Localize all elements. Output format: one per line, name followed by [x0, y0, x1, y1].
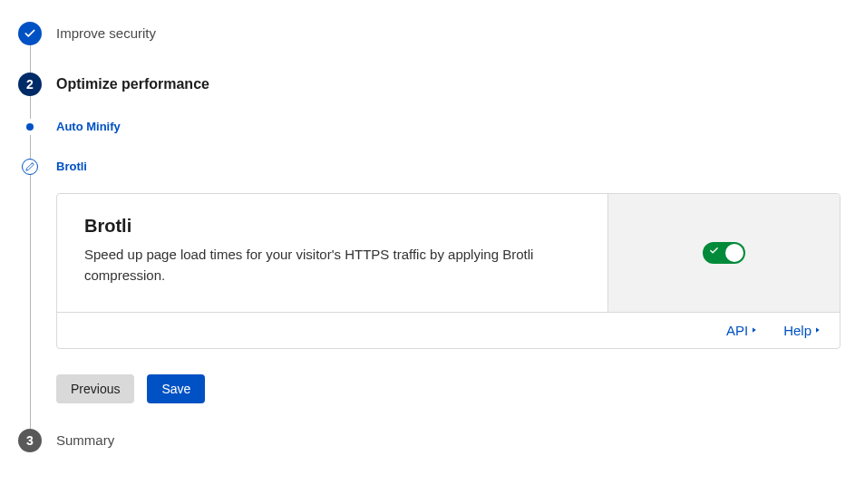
- step-number-icon: 3: [18, 429, 42, 452]
- step-title: Summary: [56, 429, 840, 452]
- substep-label: Brotli: [56, 159, 840, 175]
- save-button[interactable]: Save: [147, 374, 205, 403]
- connector: [30, 175, 31, 429]
- brotli-toggle[interactable]: [703, 242, 745, 264]
- connector: [30, 96, 31, 119]
- card-description: Speed up page load times for your visito…: [84, 244, 556, 286]
- caret-right-icon: [750, 325, 758, 335]
- connector: [30, 45, 31, 73]
- step-number-icon: 2: [18, 73, 42, 96]
- step-summary[interactable]: 3 Summary: [18, 429, 840, 452]
- step-improve-security[interactable]: Improve security: [18, 22, 840, 73]
- link-label: Help: [783, 323, 811, 338]
- caret-right-icon: [813, 325, 821, 335]
- substep-auto-minify[interactable]: Auto Minify: [18, 119, 840, 159]
- step-title: Optimize performance: [56, 73, 840, 96]
- step-title: Improve security: [56, 22, 840, 45]
- card-title: Brotli: [84, 216, 580, 237]
- check-icon: [709, 246, 719, 256]
- step-optimize-performance[interactable]: 2 Optimize performance: [18, 73, 840, 119]
- check-icon: [18, 22, 42, 45]
- connector: [30, 135, 31, 159]
- substep-label: Auto Minify: [56, 119, 840, 135]
- dot-icon: [26, 123, 34, 131]
- previous-button[interactable]: Previous: [56, 374, 134, 403]
- substep-brotli[interactable]: Brotli Brotli Speed up page load times f…: [18, 159, 840, 429]
- help-link[interactable]: Help: [783, 323, 821, 338]
- link-label: API: [726, 323, 748, 338]
- setting-card-brotli: Brotli Speed up page load times for your…: [56, 193, 840, 349]
- api-link[interactable]: API: [726, 323, 758, 338]
- pencil-icon: [22, 159, 38, 175]
- toggle-knob: [725, 244, 743, 262]
